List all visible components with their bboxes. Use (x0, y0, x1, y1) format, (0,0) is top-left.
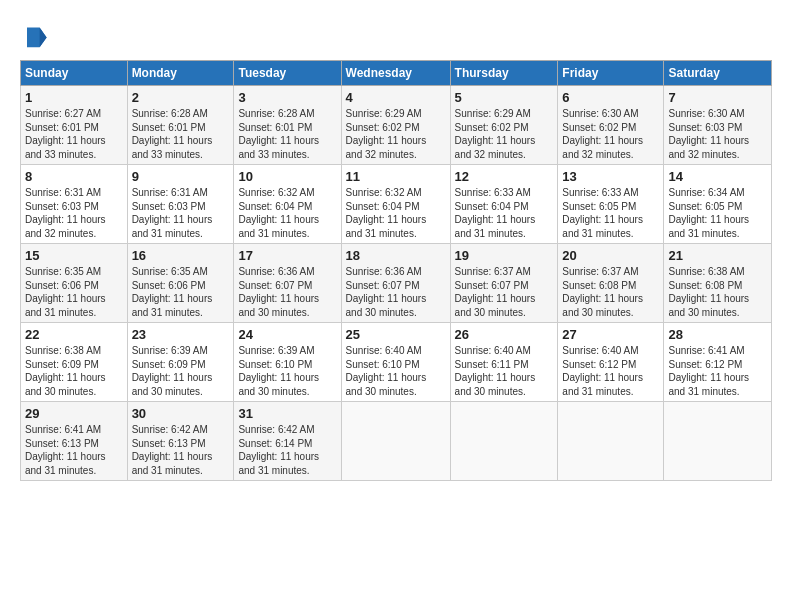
day-number: 26 (455, 327, 554, 342)
calendar-cell: 26Sunrise: 6:40 AM Sunset: 6:11 PM Dayli… (450, 323, 558, 402)
calendar-cell: 14Sunrise: 6:34 AM Sunset: 6:05 PM Dayli… (664, 165, 772, 244)
day-info: Sunrise: 6:36 AM Sunset: 6:07 PM Dayligh… (346, 265, 446, 319)
day-info: Sunrise: 6:28 AM Sunset: 6:01 PM Dayligh… (132, 107, 230, 161)
calendar-cell (450, 402, 558, 481)
calendar-cell: 13Sunrise: 6:33 AM Sunset: 6:05 PM Dayli… (558, 165, 664, 244)
calendar-cell: 30Sunrise: 6:42 AM Sunset: 6:13 PM Dayli… (127, 402, 234, 481)
calendar-page: SundayMondayTuesdayWednesdayThursdayFrid… (0, 0, 792, 612)
calendar-week-row: 22Sunrise: 6:38 AM Sunset: 6:09 PM Dayli… (21, 323, 772, 402)
day-number: 20 (562, 248, 659, 263)
calendar-cell: 17Sunrise: 6:36 AM Sunset: 6:07 PM Dayli… (234, 244, 341, 323)
day-number: 12 (455, 169, 554, 184)
day-info: Sunrise: 6:33 AM Sunset: 6:04 PM Dayligh… (455, 186, 554, 240)
day-info: Sunrise: 6:40 AM Sunset: 6:10 PM Dayligh… (346, 344, 446, 398)
day-number: 6 (562, 90, 659, 105)
weekday-header: Saturday (664, 61, 772, 86)
calendar-cell (664, 402, 772, 481)
logo (20, 22, 52, 50)
day-info: Sunrise: 6:35 AM Sunset: 6:06 PM Dayligh… (25, 265, 123, 319)
weekday-header: Sunday (21, 61, 128, 86)
calendar-cell: 21Sunrise: 6:38 AM Sunset: 6:08 PM Dayli… (664, 244, 772, 323)
day-number: 23 (132, 327, 230, 342)
day-info: Sunrise: 6:35 AM Sunset: 6:06 PM Dayligh… (132, 265, 230, 319)
day-info: Sunrise: 6:39 AM Sunset: 6:10 PM Dayligh… (238, 344, 336, 398)
calendar-cell: 12Sunrise: 6:33 AM Sunset: 6:04 PM Dayli… (450, 165, 558, 244)
calendar-cell: 9Sunrise: 6:31 AM Sunset: 6:03 PM Daylig… (127, 165, 234, 244)
calendar-week-row: 15Sunrise: 6:35 AM Sunset: 6:06 PM Dayli… (21, 244, 772, 323)
day-info: Sunrise: 6:31 AM Sunset: 6:03 PM Dayligh… (25, 186, 123, 240)
day-info: Sunrise: 6:34 AM Sunset: 6:05 PM Dayligh… (668, 186, 767, 240)
day-number: 31 (238, 406, 336, 421)
calendar-cell: 10Sunrise: 6:32 AM Sunset: 6:04 PM Dayli… (234, 165, 341, 244)
day-number: 25 (346, 327, 446, 342)
day-info: Sunrise: 6:37 AM Sunset: 6:08 PM Dayligh… (562, 265, 659, 319)
calendar-cell: 11Sunrise: 6:32 AM Sunset: 6:04 PM Dayli… (341, 165, 450, 244)
weekday-header: Friday (558, 61, 664, 86)
day-info: Sunrise: 6:36 AM Sunset: 6:07 PM Dayligh… (238, 265, 336, 319)
calendar-cell: 4Sunrise: 6:29 AM Sunset: 6:02 PM Daylig… (341, 86, 450, 165)
calendar-cell: 20Sunrise: 6:37 AM Sunset: 6:08 PM Dayli… (558, 244, 664, 323)
day-info: Sunrise: 6:42 AM Sunset: 6:13 PM Dayligh… (132, 423, 230, 477)
day-info: Sunrise: 6:40 AM Sunset: 6:12 PM Dayligh… (562, 344, 659, 398)
day-number: 28 (668, 327, 767, 342)
day-info: Sunrise: 6:31 AM Sunset: 6:03 PM Dayligh… (132, 186, 230, 240)
day-number: 5 (455, 90, 554, 105)
day-info: Sunrise: 6:30 AM Sunset: 6:03 PM Dayligh… (668, 107, 767, 161)
day-info: Sunrise: 6:38 AM Sunset: 6:09 PM Dayligh… (25, 344, 123, 398)
day-number: 24 (238, 327, 336, 342)
day-info: Sunrise: 6:38 AM Sunset: 6:08 PM Dayligh… (668, 265, 767, 319)
calendar-cell: 27Sunrise: 6:40 AM Sunset: 6:12 PM Dayli… (558, 323, 664, 402)
calendar-week-row: 29Sunrise: 6:41 AM Sunset: 6:13 PM Dayli… (21, 402, 772, 481)
day-number: 16 (132, 248, 230, 263)
calendar-cell: 24Sunrise: 6:39 AM Sunset: 6:10 PM Dayli… (234, 323, 341, 402)
calendar-cell: 8Sunrise: 6:31 AM Sunset: 6:03 PM Daylig… (21, 165, 128, 244)
calendar-cell: 3Sunrise: 6:28 AM Sunset: 6:01 PM Daylig… (234, 86, 341, 165)
calendar-cell: 19Sunrise: 6:37 AM Sunset: 6:07 PM Dayli… (450, 244, 558, 323)
day-info: Sunrise: 6:28 AM Sunset: 6:01 PM Dayligh… (238, 107, 336, 161)
day-info: Sunrise: 6:41 AM Sunset: 6:13 PM Dayligh… (25, 423, 123, 477)
day-number: 17 (238, 248, 336, 263)
calendar-cell: 22Sunrise: 6:38 AM Sunset: 6:09 PM Dayli… (21, 323, 128, 402)
day-info: Sunrise: 6:32 AM Sunset: 6:04 PM Dayligh… (346, 186, 446, 240)
calendar-body: 1Sunrise: 6:27 AM Sunset: 6:01 PM Daylig… (21, 86, 772, 481)
day-number: 29 (25, 406, 123, 421)
day-number: 15 (25, 248, 123, 263)
day-number: 8 (25, 169, 123, 184)
day-info: Sunrise: 6:41 AM Sunset: 6:12 PM Dayligh… (668, 344, 767, 398)
day-info: Sunrise: 6:27 AM Sunset: 6:01 PM Dayligh… (25, 107, 123, 161)
day-number: 13 (562, 169, 659, 184)
day-number: 18 (346, 248, 446, 263)
calendar-cell: 25Sunrise: 6:40 AM Sunset: 6:10 PM Dayli… (341, 323, 450, 402)
day-info: Sunrise: 6:33 AM Sunset: 6:05 PM Dayligh… (562, 186, 659, 240)
weekday-header-row: SundayMondayTuesdayWednesdayThursdayFrid… (21, 61, 772, 86)
weekday-header: Monday (127, 61, 234, 86)
calendar-cell (558, 402, 664, 481)
calendar-week-row: 8Sunrise: 6:31 AM Sunset: 6:03 PM Daylig… (21, 165, 772, 244)
weekday-header: Wednesday (341, 61, 450, 86)
day-info: Sunrise: 6:29 AM Sunset: 6:02 PM Dayligh… (455, 107, 554, 161)
calendar-cell: 2Sunrise: 6:28 AM Sunset: 6:01 PM Daylig… (127, 86, 234, 165)
svg-marker-1 (40, 28, 47, 48)
calendar-cell: 29Sunrise: 6:41 AM Sunset: 6:13 PM Dayli… (21, 402, 128, 481)
day-number: 11 (346, 169, 446, 184)
day-info: Sunrise: 6:32 AM Sunset: 6:04 PM Dayligh… (238, 186, 336, 240)
day-number: 21 (668, 248, 767, 263)
day-info: Sunrise: 6:37 AM Sunset: 6:07 PM Dayligh… (455, 265, 554, 319)
calendar-week-row: 1Sunrise: 6:27 AM Sunset: 6:01 PM Daylig… (21, 86, 772, 165)
day-number: 7 (668, 90, 767, 105)
day-info: Sunrise: 6:29 AM Sunset: 6:02 PM Dayligh… (346, 107, 446, 161)
calendar-cell: 15Sunrise: 6:35 AM Sunset: 6:06 PM Dayli… (21, 244, 128, 323)
calendar-cell (341, 402, 450, 481)
day-info: Sunrise: 6:42 AM Sunset: 6:14 PM Dayligh… (238, 423, 336, 477)
day-number: 14 (668, 169, 767, 184)
day-number: 4 (346, 90, 446, 105)
day-info: Sunrise: 6:39 AM Sunset: 6:09 PM Dayligh… (132, 344, 230, 398)
calendar-cell: 5Sunrise: 6:29 AM Sunset: 6:02 PM Daylig… (450, 86, 558, 165)
calendar-cell: 23Sunrise: 6:39 AM Sunset: 6:09 PM Dayli… (127, 323, 234, 402)
calendar-cell: 7Sunrise: 6:30 AM Sunset: 6:03 PM Daylig… (664, 86, 772, 165)
header (20, 16, 772, 50)
calendar-cell: 6Sunrise: 6:30 AM Sunset: 6:02 PM Daylig… (558, 86, 664, 165)
weekday-header: Thursday (450, 61, 558, 86)
calendar-cell: 1Sunrise: 6:27 AM Sunset: 6:01 PM Daylig… (21, 86, 128, 165)
day-number: 19 (455, 248, 554, 263)
